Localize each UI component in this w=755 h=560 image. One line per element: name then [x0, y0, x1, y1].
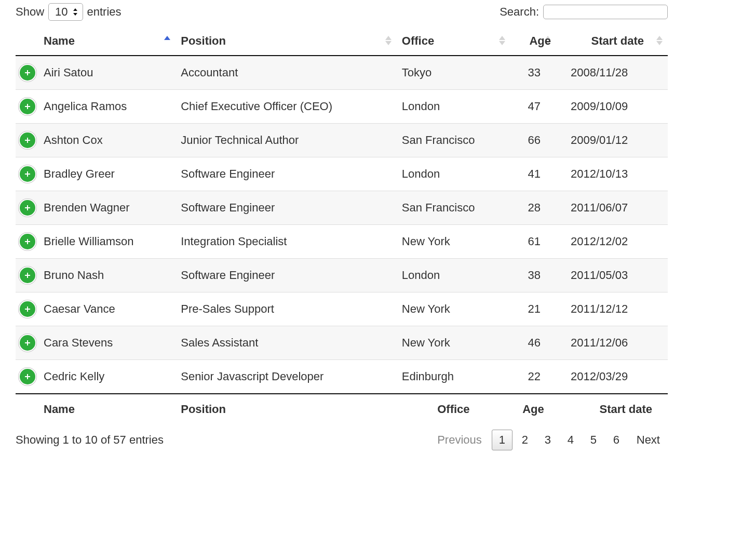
- cell-name: Cedric Kelly: [38, 360, 176, 394]
- header-office[interactable]: Office: [397, 27, 510, 56]
- pagination-next[interactable]: Next: [629, 430, 668, 450]
- cell-age: 47: [510, 90, 556, 124]
- plus-circle-icon[interactable]: [20, 369, 35, 384]
- cell-position: Software Engineer: [176, 259, 397, 292]
- pagination-page-5[interactable]: 5: [583, 430, 604, 450]
- plus-circle-icon[interactable]: [20, 335, 35, 351]
- cell-start-date: 2011/06/07: [556, 191, 668, 225]
- svg-rect-7: [25, 140, 30, 141]
- row-expand-cell: [16, 157, 38, 191]
- cell-position: Software Engineer: [176, 191, 397, 225]
- footer-office: Office: [397, 394, 510, 424]
- cell-office: San Francisco: [397, 191, 510, 225]
- pagination-previous: Previous: [429, 430, 490, 450]
- table-row: Caesar VancePre-Sales SupportNew York212…: [16, 292, 668, 326]
- cell-name: Angelica Ramos: [38, 90, 176, 124]
- table-row: Cara StevensSales AssistantNew York46201…: [16, 326, 668, 360]
- cell-age: 46: [510, 326, 556, 360]
- cell-office: New York: [397, 326, 510, 360]
- pagination-page-6[interactable]: 6: [606, 430, 627, 450]
- cell-start-date: 2011/12/06: [556, 326, 668, 360]
- table-body: Airi SatouAccountantTokyo332008/11/28Ang…: [16, 56, 668, 394]
- length-select[interactable]: 10: [48, 3, 83, 21]
- svg-marker-0: [73, 8, 77, 11]
- length-select-value: 10: [55, 5, 68, 19]
- select-arrows-icon: [72, 7, 79, 17]
- header-age[interactable]: Age: [510, 27, 556, 56]
- header-position[interactable]: Position: [176, 27, 397, 56]
- header-position-label: Position: [181, 34, 226, 47]
- cell-position: Senior Javascript Developer: [176, 360, 397, 394]
- row-expand-cell: [16, 191, 38, 225]
- cell-name: Bradley Greer: [38, 157, 176, 191]
- footer-name: Name: [38, 394, 176, 424]
- svg-rect-21: [25, 376, 30, 377]
- cell-start-date: 2009/10/09: [556, 90, 668, 124]
- cell-office: San Francisco: [397, 124, 510, 157]
- row-expand-cell: [16, 326, 38, 360]
- row-expand-cell: [16, 259, 38, 292]
- table-bottom-bar: Showing 1 to 10 of 57 entries Previous12…: [16, 430, 668, 450]
- row-expand-cell: [16, 225, 38, 259]
- svg-rect-5: [25, 106, 30, 107]
- plus-circle-icon[interactable]: [20, 301, 35, 317]
- footer-position: Position: [176, 394, 397, 424]
- table-row: Bruno NashSoftware EngineerLondon382011/…: [16, 259, 668, 292]
- length-suffix-label: entries: [87, 5, 122, 19]
- plus-circle-icon[interactable]: [20, 132, 35, 148]
- cell-name: Ashton Cox: [38, 124, 176, 157]
- search-label: Search:: [500, 5, 539, 19]
- table-top-bar: Show 10 entries Search:: [16, 3, 668, 21]
- row-expand-cell: [16, 124, 38, 157]
- cell-name: Brielle Williamson: [38, 225, 176, 259]
- cell-age: 61: [510, 225, 556, 259]
- cell-name: Bruno Nash: [38, 259, 176, 292]
- header-name-label: Name: [44, 34, 75, 47]
- cell-age: 66: [510, 124, 556, 157]
- plus-circle-icon[interactable]: [20, 65, 35, 81]
- table-row: Brenden WagnerSoftware EngineerSan Franc…: [16, 191, 668, 225]
- plus-circle-icon[interactable]: [20, 234, 35, 249]
- row-expand-cell: [16, 360, 38, 394]
- pagination-page-1[interactable]: 1: [492, 430, 513, 450]
- cell-start-date: 2012/03/29: [556, 360, 668, 394]
- sort-both-icon: [499, 36, 506, 46]
- plus-circle-icon[interactable]: [20, 99, 35, 114]
- cell-office: London: [397, 157, 510, 191]
- search-input[interactable]: [543, 5, 668, 19]
- cell-name: Airi Satou: [38, 56, 176, 90]
- cell-age: 21: [510, 292, 556, 326]
- cell-age: 38: [510, 259, 556, 292]
- sort-both-icon: [385, 36, 393, 46]
- sort-asc-icon: [164, 36, 171, 46]
- table-head: Name Position Office: [16, 27, 668, 56]
- header-start-date[interactable]: Start date: [556, 27, 668, 56]
- svg-rect-9: [25, 174, 30, 175]
- svg-rect-19: [25, 342, 30, 343]
- row-expand-cell: [16, 56, 38, 90]
- plus-circle-icon[interactable]: [20, 268, 35, 283]
- table-foot: Name Position Office Age Start date: [16, 394, 668, 424]
- cell-name: Caesar Vance: [38, 292, 176, 326]
- cell-position: Pre-Sales Support: [176, 292, 397, 326]
- cell-start-date: 2009/01/12: [556, 124, 668, 157]
- svg-rect-3: [25, 72, 30, 73]
- data-table: Name Position Office: [16, 27, 668, 424]
- cell-name: Brenden Wagner: [38, 191, 176, 225]
- cell-office: London: [397, 90, 510, 124]
- datatable-container: Show 10 entries Search: Nam: [16, 0, 668, 456]
- pagination-page-3[interactable]: 3: [537, 430, 558, 450]
- plus-circle-icon[interactable]: [20, 166, 35, 182]
- pagination-page-2[interactable]: 2: [515, 430, 535, 450]
- pagination-page-4[interactable]: 4: [560, 430, 581, 450]
- cell-age: 28: [510, 191, 556, 225]
- cell-position: Accountant: [176, 56, 397, 90]
- header-name[interactable]: Name: [38, 27, 176, 56]
- cell-office: New York: [397, 225, 510, 259]
- row-expand-cell: [16, 292, 38, 326]
- plus-circle-icon[interactable]: [20, 200, 35, 216]
- cell-age: 22: [510, 360, 556, 394]
- cell-age: 41: [510, 157, 556, 191]
- cell-position: Software Engineer: [176, 157, 397, 191]
- svg-rect-17: [25, 309, 30, 310]
